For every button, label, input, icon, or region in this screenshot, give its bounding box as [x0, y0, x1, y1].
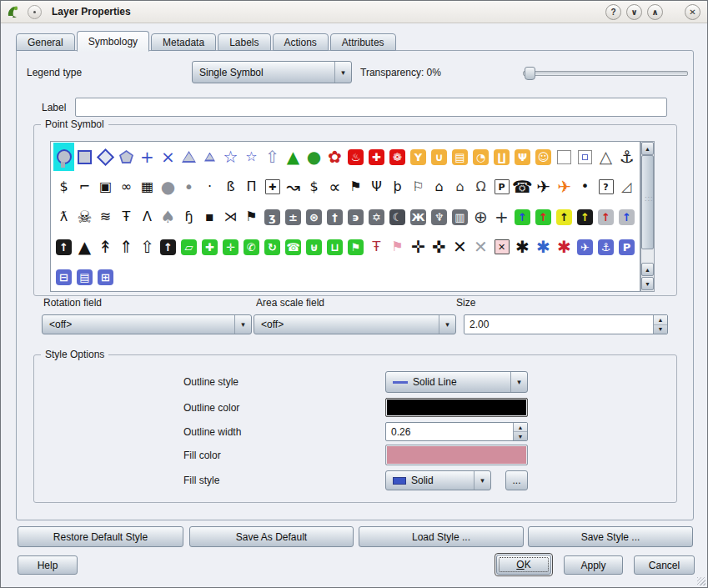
tab-symbology[interactable]: Symbology: [77, 31, 149, 52]
symbol-conifer[interactable]: ▲: [283, 143, 304, 171]
symbol-camera[interactable]: ▣: [95, 173, 116, 201]
symbol-boat[interactable]: ⌐: [74, 173, 95, 201]
symbol-prayer[interactable]: ʒ: [262, 203, 283, 231]
symbol-flower[interactable]: ✿: [324, 143, 345, 171]
symbol-harbor[interactable]: ⚓: [595, 233, 616, 261]
symbol-bus[interactable]: ▤: [74, 263, 95, 291]
tab-actions[interactable]: Actions: [273, 33, 329, 51]
symbol-equilateral-triangle[interactable]: [199, 143, 220, 171]
symbol-danger[interactable]: ☠: [74, 203, 95, 231]
symbol-hindu[interactable]: ϶: [345, 203, 366, 231]
rotation-field-combo[interactable]: <off> ▾: [42, 314, 252, 334]
symbol-square-small[interactable]: ▪: [199, 203, 220, 231]
symbol-flag-green[interactable]: ⚑: [345, 233, 366, 261]
symbol-cross-box[interactable]: ✚: [262, 173, 283, 201]
symbol-christian[interactable]: †: [324, 203, 345, 231]
symbol-arrow-red-on-gray[interactable]: ↑: [595, 203, 616, 231]
symbol-first-aid[interactable]: ✚: [366, 143, 387, 171]
outline-width-spinbox[interactable]: 0.26 ▲ ▼: [385, 422, 528, 441]
symbol-scrollbar[interactable]: ▲ ▲ ▼: [640, 141, 655, 292]
symbol-circle-small[interactable]: •: [178, 173, 199, 201]
symbol-airfield[interactable]: ✈: [554, 173, 575, 201]
spin-down-icon[interactable]: ▼: [654, 325, 667, 334]
symbol-smilies[interactable]: ☺: [533, 143, 554, 171]
shade-icon[interactable]: ∨: [626, 4, 642, 20]
restore-default-style-button[interactable]: Restore Default Style: [18, 526, 183, 547]
help-window-icon[interactable]: ?: [605, 4, 621, 20]
size-spinbox[interactable]: 2.00 ▲ ▼: [464, 314, 668, 334]
symbol-flag-pink[interactable]: ⚑: [387, 233, 408, 261]
symbol-open-triangle[interactable]: △: [595, 143, 616, 171]
symbol-anchor[interactable]: ⚓: [616, 143, 637, 171]
symbol-circle-gray[interactable]: ●: [158, 173, 178, 201]
symbol-petrol[interactable]: þ: [387, 173, 408, 201]
symbol-dot[interactable]: ·: [199, 173, 220, 201]
symbol-picnic[interactable]: Ŧ: [116, 203, 137, 231]
symbol-backpacker[interactable]: Ŧ: [366, 233, 387, 261]
symbol-pentagon[interactable]: [116, 143, 137, 171]
outline-style-combo[interactable]: Solid Line ▾: [385, 371, 528, 393]
symbol-phonecard[interactable]: ✆: [241, 233, 262, 261]
symbol-fish[interactable]: ∝: [324, 173, 345, 201]
symbol-cross-dot[interactable]: ✜: [429, 233, 449, 261]
symbol-airport[interactable]: ✈: [533, 173, 554, 201]
symbol-building[interactable]: ▦: [137, 173, 158, 201]
symbol-flag[interactable]: ⚑: [345, 173, 366, 201]
symbol-pizzeria[interactable]: ◔: [470, 143, 491, 171]
symbol-skiing[interactable]: ƛ: [53, 203, 74, 231]
symbol-arrow-red-on-green[interactable]: ↑: [533, 203, 554, 231]
symbol-star-blue[interactable]: ✱: [533, 233, 554, 261]
symbol-house[interactable]: ⌂: [429, 173, 449, 201]
tab-metadata[interactable]: Metadata: [151, 33, 216, 51]
area-scale-field-combo[interactable]: <off> ▾: [254, 314, 456, 334]
outline-color-button[interactable]: [385, 398, 528, 417]
symbol-islamic[interactable]: ☾: [387, 203, 408, 231]
symbol-star[interactable]: ☆: [220, 143, 241, 171]
symbol-cross[interactable]: +: [137, 143, 158, 171]
tab-labels[interactable]: Labels: [218, 33, 270, 51]
ok-button[interactable]: OK: [496, 555, 551, 575]
symbol-ticket[interactable]: ▱: [178, 233, 199, 261]
transparency-slider[interactable]: [523, 67, 688, 78]
symbol-pub[interactable]: ∐: [491, 143, 512, 171]
resize-grip[interactable]: [697, 577, 705, 585]
symbol-arrow[interactable]: ⇧: [262, 143, 283, 171]
symbol-hospital[interactable]: ✚: [199, 233, 220, 261]
symbol-dish[interactable]: ◿: [616, 173, 637, 201]
scroll-up2-icon[interactable]: ▲: [641, 263, 654, 276]
symbol-restaurant[interactable]: Ψ: [512, 143, 533, 171]
cancel-button[interactable]: Cancel: [634, 555, 695, 575]
symbol-sikh[interactable]: ♆: [429, 203, 449, 231]
symbol-phone-green[interactable]: ☎: [283, 233, 304, 261]
symbol-food[interactable]: Ψ: [366, 173, 387, 201]
symbol-taxi[interactable]: ⊟: [53, 263, 74, 291]
label-input[interactable]: [75, 98, 667, 117]
symbol-dharma[interactable]: ⊛: [304, 203, 324, 231]
unshade-icon[interactable]: ∧: [647, 4, 663, 20]
symbol-x-pink[interactable]: ✕: [491, 233, 512, 261]
symbol-telephone[interactable]: ☎: [512, 173, 533, 201]
symbol-fuel[interactable]: ß: [220, 173, 241, 201]
symbol-triangle[interactable]: [178, 143, 199, 171]
symbol-north-arrow[interactable]: +: [491, 203, 512, 231]
symbol-lodging[interactable]: ⌂: [449, 173, 470, 201]
symbol-diamond[interactable]: [95, 143, 116, 171]
symbol-recycle[interactable]: ↻: [262, 233, 283, 261]
symbol-arrow-circle[interactable]: ↑: [158, 233, 178, 261]
scroll-up-icon[interactable]: ▲: [641, 142, 654, 155]
symbol-balloon[interactable]: Ω: [470, 173, 491, 201]
save-as-default-button[interactable]: Save As Default: [189, 526, 354, 547]
symbol-arrow-blue-on-green[interactable]: ↑: [512, 203, 533, 231]
symbol-swimming[interactable]: ≋: [95, 203, 116, 231]
window-menu-button[interactable]: [28, 5, 42, 19]
symbol-north-arrow-1[interactable]: ↟: [95, 233, 116, 261]
save-style-button[interactable]: Save Style ...: [528, 526, 693, 547]
symbol-basket[interactable]: ⊎: [304, 233, 324, 261]
symbol-arrowhead[interactable]: ▲: [74, 233, 95, 261]
spin-up-icon[interactable]: ▲: [654, 315, 667, 325]
symbol-star-filled[interactable]: ✱: [512, 233, 533, 261]
spin-down-icon[interactable]: ▼: [514, 432, 527, 440]
symbol-flag-corner[interactable]: ⚑: [241, 203, 262, 231]
symbol-golf[interactable]: ⚐: [408, 173, 429, 201]
symbol-shinto[interactable]: Ж: [408, 203, 429, 231]
